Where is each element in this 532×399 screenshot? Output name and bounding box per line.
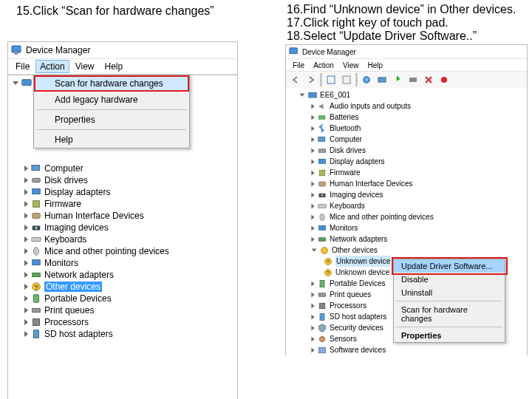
cat-network[interactable]: Network adapters <box>8 269 237 281</box>
tb-properties-icon[interactable] <box>340 73 353 86</box>
tb-enable-icon[interactable] <box>437 73 451 86</box>
cat-other-devices[interactable]: ?Other devices <box>8 281 237 293</box>
chevron-right-icon <box>311 292 314 297</box>
cat-firmware[interactable]: Firmware <box>286 167 527 178</box>
cat-hid[interactable]: Human Interface Devices <box>286 178 527 189</box>
cat-computer[interactable]: Computer <box>286 134 527 145</box>
cat-other-devices[interactable]: Other devices <box>286 245 527 256</box>
cat-keyboards[interactable]: Keyboards <box>8 233 237 245</box>
cat-portable[interactable]: Portable Devices <box>8 293 237 304</box>
svg-rect-0 <box>12 46 21 52</box>
battery-icon <box>318 113 327 122</box>
chevron-right-icon <box>24 248 28 254</box>
label: Processors <box>330 300 366 311</box>
camera-icon <box>31 222 41 233</box>
tb-update-icon[interactable] <box>391 73 404 86</box>
cat-computer[interactable]: Computer <box>8 163 237 174</box>
label: Human Interface Devices <box>44 211 144 221</box>
label: Portable Devices <box>330 278 386 289</box>
menu-help[interactable]: Help <box>364 61 386 70</box>
ctx-update-driver[interactable]: Update Driver Software... <box>394 259 505 273</box>
cat-bluetooth[interactable]: Bluetooth <box>286 123 527 134</box>
ctx-disable[interactable]: Disable <box>394 273 505 286</box>
cat-keyboards[interactable]: Keyboards <box>286 200 527 211</box>
cat-batteries[interactable]: Batteries <box>286 112 527 123</box>
menu-item-help[interactable]: Help <box>34 132 189 148</box>
tb-show-hidden-icon[interactable] <box>324 73 338 86</box>
ctx-scan-hardware[interactable]: Scan for hardware changes <box>394 303 505 325</box>
svg-text:?: ? <box>35 284 38 291</box>
menu-file[interactable]: File <box>289 61 308 70</box>
cat-firmware[interactable]: Firmware <box>8 198 237 210</box>
label: Imaging devices <box>330 189 383 200</box>
tb-disable-icon[interactable] <box>422 73 435 86</box>
cat-display[interactable]: Display adapters <box>286 156 527 167</box>
chevron-right-icon <box>24 225 28 231</box>
menu-action[interactable]: Action <box>35 60 69 73</box>
menu-view[interactable]: View <box>71 60 99 73</box>
tb-uninstall-icon[interactable] <box>406 73 420 86</box>
device-manager-icon <box>11 44 23 56</box>
chevron-right-icon <box>311 236 314 242</box>
other-devices-icon: ? <box>31 282 41 292</box>
svg-text:?: ? <box>365 77 369 83</box>
chevron-right-icon <box>311 170 314 175</box>
menubar: File Action View Help <box>8 58 237 75</box>
chevron-right-icon <box>311 137 314 142</box>
cat-mice[interactable]: Mice and other pointing devices <box>286 211 527 222</box>
device-manager-window-right: Device Manager File Action View Help ? E… <box>285 44 528 355</box>
cat-disk[interactable]: Disk drives <box>286 145 527 156</box>
label: Firmware <box>330 167 361 178</box>
menu-item-scan-hardware[interactable]: Scan for hardware changes <box>34 75 189 92</box>
label: Other devices <box>332 245 378 256</box>
svg-rect-29 <box>319 115 325 118</box>
cpu-icon <box>318 301 327 310</box>
svg-rect-33 <box>319 170 324 175</box>
svg-rect-17 <box>33 308 41 312</box>
label: Batteries <box>330 112 358 123</box>
menu-item-add-legacy[interactable]: Add legacy hardware <box>34 92 189 108</box>
tb-back-icon[interactable] <box>289 73 302 86</box>
label: Security devices <box>330 322 383 333</box>
chevron-right-icon <box>24 260 28 266</box>
cat-software[interactable]: Software devices <box>286 344 527 355</box>
chevron-right-icon <box>311 225 314 231</box>
cat-print-queues[interactable]: Print queues <box>8 304 237 316</box>
cat-sd-host[interactable]: SD host adapters <box>8 328 237 340</box>
tb-scan-icon[interactable] <box>375 73 389 86</box>
cat-network[interactable]: Network adapters <box>286 233 527 245</box>
cat-hid[interactable]: Human Interface Devices <box>8 210 237 222</box>
audio-icon <box>318 102 327 111</box>
instruction-18: 18.Select “Update Driver Software..” <box>287 30 477 43</box>
network-icon <box>31 270 41 280</box>
label: Display adapters <box>330 156 384 167</box>
cat-display-adapters[interactable]: Display adapters <box>8 186 237 198</box>
menu-action[interactable]: Action <box>310 61 338 70</box>
label: Monitors <box>330 222 358 233</box>
menu-item-properties[interactable]: Properties <box>34 112 189 128</box>
label: Human Interface Devices <box>330 178 412 189</box>
menu-view[interactable]: View <box>339 61 363 70</box>
svg-rect-34 <box>319 182 326 186</box>
svg-rect-7 <box>33 214 41 219</box>
menu-file[interactable]: File <box>11 60 34 73</box>
cat-disk-drives[interactable]: Disk drives <box>8 174 237 186</box>
cat-processors[interactable]: Processors <box>8 316 237 328</box>
tb-forward-icon[interactable] <box>304 73 318 86</box>
svg-rect-18 <box>33 319 40 326</box>
disk-icon <box>31 175 41 185</box>
cat-mice[interactable]: Mice and other pointing devices <box>8 245 237 257</box>
cat-audio[interactable]: Audio inputs and outputs <box>286 100 527 112</box>
tree-root[interactable]: EE6_001 <box>286 89 527 100</box>
chevron-right-icon <box>24 189 28 195</box>
menu-help[interactable]: Help <box>100 60 128 73</box>
ctx-uninstall[interactable]: Uninstall <box>394 286 505 299</box>
cat-imaging[interactable]: Imaging devices <box>286 189 527 200</box>
sensor-icon <box>318 335 327 344</box>
cat-imaging[interactable]: Imaging devices <box>8 222 237 233</box>
cat-monitors[interactable]: Monitors <box>8 257 237 269</box>
svg-rect-2 <box>22 80 31 86</box>
cat-monitors[interactable]: Monitors <box>286 222 527 233</box>
tb-help-icon[interactable]: ? <box>360 73 373 86</box>
ctx-properties[interactable]: Properties <box>394 329 505 342</box>
